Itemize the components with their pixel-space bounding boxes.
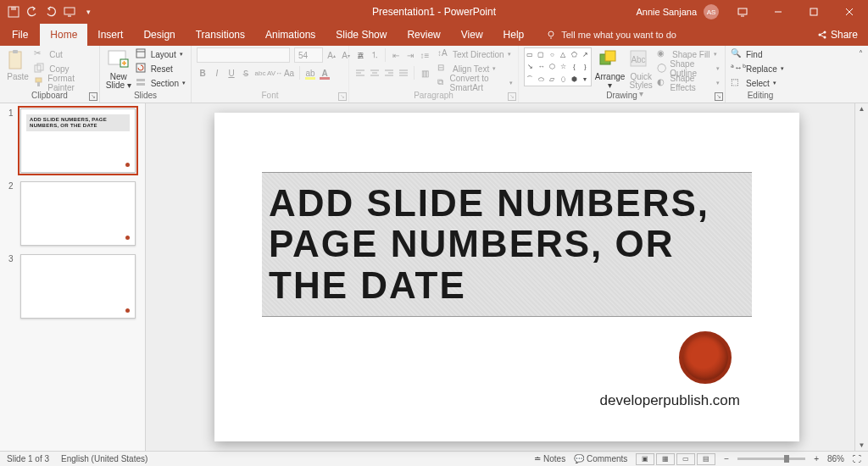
zoom-level[interactable]: 86%	[827, 454, 844, 463]
arrange-button[interactable]: Arrange ▾	[595, 47, 626, 90]
comments-button[interactable]: 💬 Comments	[574, 454, 627, 463]
group-editing: 🔍Find ᵃ↔ᵇReplace ▾ ⬚Select ▾ Editing	[726, 46, 795, 103]
char-spacing-icon[interactable]: AV↔	[269, 67, 281, 79]
line-spacing-icon[interactable]: ↕≡	[419, 49, 431, 61]
shape-effects-button[interactable]: ◐Shape Effects ▾	[657, 76, 720, 90]
svg-rect-21	[37, 82, 40, 86]
thumbnail-2[interactable]: 2	[8, 181, 136, 246]
layout-button[interactable]: Layout ▾	[136, 47, 186, 61]
align-center-icon[interactable]	[369, 67, 381, 79]
section-button[interactable]: Section ▾	[136, 76, 186, 90]
qat-customize-icon[interactable]: ▾	[81, 5, 95, 19]
font-dialog-launcher[interactable]: ↘	[338, 92, 347, 101]
save-icon[interactable]	[7, 5, 20, 19]
font-color-icon[interactable]: A	[319, 67, 331, 79]
format-painter-button[interactable]: Format Painter	[34, 76, 94, 90]
shape-outline-icon: ◯	[657, 63, 666, 75]
convert-smartart-button[interactable]: ⧉Convert to SmartArt ▾	[437, 76, 513, 90]
format-painter-icon	[34, 77, 44, 89]
undo-icon[interactable]	[25, 5, 39, 19]
decrease-indent-icon[interactable]: ⇤	[390, 49, 402, 61]
reset-button[interactable]: Reset	[136, 62, 186, 75]
stamp-circle-icon	[679, 331, 732, 384]
slide-sorter-button[interactable]: ▦	[656, 453, 675, 465]
bold-icon[interactable]: B	[197, 67, 209, 79]
tab-home[interactable]: Home	[40, 24, 87, 46]
strikethrough-icon[interactable]: S̶	[240, 67, 252, 79]
normal-view-button[interactable]: ▣	[636, 453, 654, 465]
tab-view[interactable]: View	[451, 24, 493, 46]
cut-button[interactable]: ✂Cut	[34, 47, 94, 61]
tell-me[interactable]: Tell me what you want to do	[534, 24, 676, 46]
tab-review[interactable]: Review	[397, 24, 450, 46]
slideshow-button[interactable]: ▤	[697, 453, 715, 465]
align-right-icon[interactable]	[383, 67, 395, 79]
replace-button[interactable]: ᵃ↔ᵇReplace ▾	[731, 62, 784, 75]
zoom-in-button[interactable]: +	[814, 454, 819, 463]
ribbon-display-options-icon[interactable]	[726, 0, 760, 24]
zoom-slider[interactable]	[737, 458, 805, 460]
font-size-input[interactable]: 54	[294, 47, 323, 63]
italic-icon[interactable]: I	[211, 67, 223, 79]
paragraph-dialog-launcher[interactable]: ↘	[508, 92, 516, 101]
drawing-dialog-launcher[interactable]: ↘	[715, 92, 723, 101]
tab-design[interactable]: Design	[133, 24, 185, 46]
tab-slide-show[interactable]: Slide Show	[326, 24, 397, 46]
increase-indent-icon[interactable]: ⇥	[404, 49, 416, 61]
shapes-gallery[interactable]: ▭▢○△⬠↗ ↘↔⬡☆{} ⌒⬭▱⬯⬢▾	[524, 47, 592, 86]
new-slide-label: New Slide ▾	[105, 73, 132, 90]
change-case-icon[interactable]: Aa	[283, 67, 295, 79]
user-avatar[interactable]: AS	[704, 4, 719, 19]
thumbnail-slide-3[interactable]	[20, 254, 136, 319]
reading-view-button[interactable]: ▭	[676, 453, 695, 465]
scroll-up-icon[interactable]: ▲	[859, 105, 865, 113]
notes-button[interactable]: ≐ Notes	[534, 454, 565, 463]
underline-icon[interactable]: U	[225, 67, 237, 79]
slide[interactable]: ADD SLIDE NUMBERS, PAGE NUMBERS, OR THE …	[214, 113, 799, 441]
thumbnail-3[interactable]: 3	[8, 254, 136, 319]
copy-icon	[34, 63, 46, 75]
minimize-button[interactable]	[761, 0, 795, 24]
user-name[interactable]: Annie Sanjana	[631, 7, 702, 17]
scroll-down-icon[interactable]: ▼	[859, 441, 865, 449]
thumbnail-slide-1[interactable]: ADD SLIDE NUMBERS, PAGE NUMBERS, OR THE …	[20, 108, 136, 173]
vertical-scrollbar[interactable]: ▲ ▼	[854, 103, 868, 451]
paste-button[interactable]: Paste	[5, 47, 31, 81]
language-indicator[interactable]: English (United States)	[61, 454, 147, 463]
slide-counter[interactable]: Slide 1 of 3	[7, 454, 49, 463]
text-shadow-icon[interactable]: abc	[254, 67, 266, 79]
file-tab[interactable]: File	[0, 24, 40, 46]
maximize-button[interactable]	[797, 0, 831, 24]
thumbnail-1[interactable]: 1 ADD SLIDE NUMBERS, PAGE NUMBERS, OR TH…	[8, 108, 136, 173]
font-family-input[interactable]	[197, 47, 290, 63]
share-button[interactable]: Share	[807, 24, 868, 46]
start-from-beginning-icon[interactable]	[63, 5, 76, 19]
clipboard-dialog-launcher[interactable]: ↘	[89, 92, 97, 101]
svg-rect-20	[36, 78, 42, 82]
zoom-out-button[interactable]: −	[724, 454, 729, 463]
numbering-icon[interactable]: ⒈	[369, 49, 381, 61]
tab-help[interactable]: Help	[493, 24, 535, 46]
find-button[interactable]: 🔍Find	[731, 47, 784, 61]
collapse-ribbon-icon[interactable]: ˄	[859, 49, 863, 58]
slide-title-placeholder[interactable]: ADD SLIDE NUMBERS, PAGE NUMBERS, OR THE …	[262, 172, 752, 317]
tab-insert[interactable]: Insert	[87, 24, 133, 46]
svg-rect-26	[136, 49, 145, 58]
increase-font-icon[interactable]: A▴	[326, 49, 337, 61]
columns-icon[interactable]: ▥	[419, 67, 431, 79]
new-slide-button[interactable]: New Slide ▾	[105, 47, 132, 90]
select-button[interactable]: ⬚Select ▾	[731, 76, 784, 90]
tab-animations[interactable]: Animations	[255, 24, 326, 46]
highlight-icon[interactable]: ab	[304, 67, 316, 79]
align-left-icon[interactable]	[354, 67, 366, 79]
fit-to-window-button[interactable]: ⛶	[853, 454, 861, 463]
bullets-icon[interactable]: ≣	[354, 49, 366, 61]
thumbnail-slide-2[interactable]	[20, 181, 136, 246]
justify-icon[interactable]	[398, 67, 409, 79]
close-button[interactable]	[832, 0, 866, 24]
redo-icon[interactable]	[44, 5, 58, 19]
tab-transitions[interactable]: Transitions	[186, 24, 255, 46]
text-direction-button[interactable]: ↕AText Direction ▾	[437, 47, 513, 61]
svg-rect-3	[68, 15, 71, 17]
svg-rect-44	[605, 51, 615, 61]
